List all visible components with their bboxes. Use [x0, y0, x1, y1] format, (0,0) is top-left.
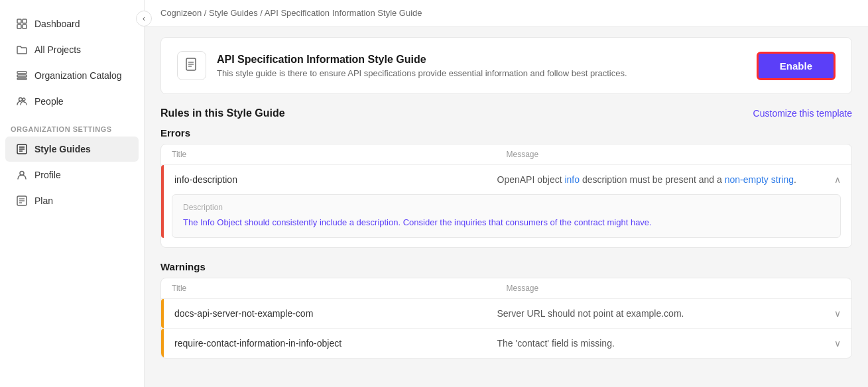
people-icon — [16, 95, 28, 107]
warning-indicator-2 — [161, 329, 164, 358]
warning-row-1-main[interactable]: docs-api-server-not-example-com Server U… — [161, 299, 851, 328]
svg-rect-1 — [23, 19, 27, 23]
svg-rect-4 — [17, 72, 27, 74]
guide-subtitle: This style guide is there to ensure API … — [217, 68, 757, 78]
sidebar: ‹ Dashboard All Projects — [0, 0, 145, 387]
warning-row-2-message: The 'contact' field is missing. — [497, 338, 820, 349]
rules-section-header: Rules in this Style Guide Customize this… — [160, 107, 852, 119]
error-indicator — [161, 165, 164, 238]
list-icon — [16, 70, 28, 82]
warning-indicator-1 — [161, 299, 164, 328]
warning-row-1-title: docs-api-server-not-example-com — [174, 308, 497, 319]
sidebar-item-plan-label: Plan — [34, 195, 53, 206]
warnings-col-title: Title — [172, 284, 507, 293]
content-area: API Specification Information Style Guid… — [145, 27, 868, 387]
guide-header-card: API Specification Information Style Guid… — [160, 37, 852, 94]
sidebar-item-style-guides[interactable]: Style Guides — [5, 137, 139, 162]
folder-icon — [16, 44, 28, 56]
error-row-message: OpenAPI object info description must be … — [497, 174, 820, 185]
rules-title: Rules in this Style Guide — [160, 107, 285, 119]
enable-button[interactable]: Enable — [757, 52, 836, 80]
guide-doc-icon — [184, 58, 199, 74]
sidebar-item-plan[interactable]: Plan — [5, 188, 139, 213]
warnings-section-title: Warnings — [160, 261, 852, 272]
breadcrumb: Cognizeon / Style Guides / API Specifica… — [145, 0, 868, 27]
warnings-col-message: Message — [507, 284, 841, 293]
sidebar-section-main: Dashboard All Projects Organization Cata… — [0, 11, 144, 115]
warning-row-2-title: require-contact-information-in-info-obje… — [174, 338, 497, 349]
non-empty-highlight: non-empty string — [725, 174, 794, 185]
sidebar-item-people[interactable]: People — [5, 89, 139, 114]
errors-section: Errors Title Message info-description Op… — [160, 127, 852, 248]
guide-icon-box — [177, 51, 206, 80]
guide-title: API Specification Information Style Guid… — [217, 54, 757, 66]
svg-rect-3 — [23, 25, 27, 28]
error-row-main[interactable]: info-description OpenAPI object info des… — [161, 165, 851, 194]
plan-icon — [16, 195, 28, 207]
sidebar-item-people-label: People — [34, 96, 64, 107]
warnings-section: Warnings Title Message docs-api-server-n… — [160, 261, 852, 359]
svg-rect-5 — [17, 75, 27, 77]
warning-row-2-main[interactable]: require-contact-information-in-info-obje… — [161, 329, 851, 358]
warnings-table-header: Title Message — [161, 278, 851, 299]
warnings-table: Title Message docs-api-server-not-exampl… — [160, 278, 852, 359]
warning-row-2: require-contact-information-in-info-obje… — [161, 329, 851, 358]
chevron-down-icon-2: ∨ — [820, 338, 841, 349]
main-content: Cognizeon / Style Guides / API Specifica… — [145, 0, 868, 387]
errors-col-message: Message — [507, 150, 841, 159]
sidebar-item-organization-catalog-label: Organization Catalog — [34, 70, 122, 81]
sidebar-item-profile-label: Profile — [34, 170, 61, 180]
error-row-title: info-description — [174, 174, 497, 185]
errors-col-title: Title — [172, 150, 507, 159]
sidebar-item-organization-catalog[interactable]: Organization Catalog — [5, 63, 139, 88]
sidebar-item-all-projects[interactable]: All Projects — [5, 37, 139, 62]
warning-row-1: docs-api-server-not-example-com Server U… — [161, 299, 851, 329]
svg-rect-0 — [17, 19, 21, 23]
errors-table: Title Message info-description OpenAPI o… — [160, 144, 852, 248]
sidebar-section-org-settings: Organization Settings Style Guides Profi… — [0, 120, 144, 214]
chevron-down-icon-1: ∨ — [820, 308, 841, 319]
warning-row-1-message: Server URL should not point at example.c… — [497, 308, 820, 319]
profile-icon — [16, 169, 28, 181]
sidebar-item-all-projects-label: All Projects — [34, 44, 81, 55]
svg-rect-6 — [17, 78, 27, 80]
svg-point-7 — [19, 98, 23, 101]
guide-header-text: API Specification Information Style Guid… — [217, 54, 757, 78]
breadcrumb-text: Cognizeon / Style Guides / API Specifica… — [160, 8, 422, 18]
info-highlight: info — [564, 174, 580, 185]
customize-template-link[interactable]: Customize this template — [753, 108, 852, 119]
error-row-info-description: info-description OpenAPI object info des… — [161, 165, 851, 238]
style-guides-icon — [16, 143, 28, 155]
description-label: Description — [183, 203, 830, 212]
sidebar-collapse-button[interactable]: ‹ — [136, 11, 152, 27]
svg-rect-2 — [17, 25, 21, 28]
errors-table-header: Title Message — [161, 144, 851, 165]
sidebar-item-dashboard[interactable]: Dashboard — [5, 11, 139, 36]
expanded-description-box: Description The Info Object should consi… — [172, 194, 841, 238]
org-settings-section-label: Organization Settings — [0, 120, 144, 136]
sidebar-item-style-guides-label: Style Guides — [34, 144, 91, 154]
grid-icon — [16, 18, 28, 30]
chevron-up-icon: ∧ — [820, 174, 841, 185]
sidebar-item-profile[interactable]: Profile — [5, 162, 139, 188]
svg-point-8 — [23, 98, 25, 101]
description-text: The Info Object should consistently incl… — [183, 216, 830, 229]
errors-section-title: Errors — [160, 127, 852, 138]
sidebar-item-dashboard-label: Dashboard — [34, 19, 80, 29]
